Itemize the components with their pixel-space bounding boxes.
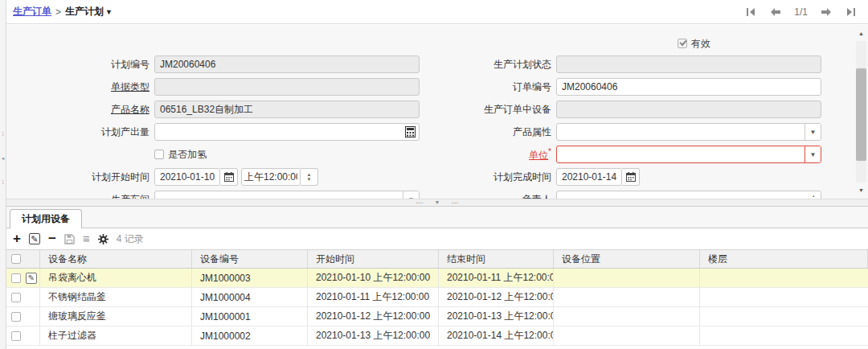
manager-label-link[interactable]: 负责人 bbox=[440, 193, 551, 199]
left-collapse-rail[interactable]: ⁞ ◂ ⁞ bbox=[0, 0, 6, 349]
manager-input[interactable] bbox=[557, 191, 807, 199]
unit-input[interactable] bbox=[557, 146, 805, 162]
column-header[interactable]: 结束时间 bbox=[439, 250, 554, 268]
cell-no[interactable]: JM1000002 bbox=[192, 326, 308, 345]
table-row[interactable]: 柱子过滤器JM100000220210-01-13 上午12:00:002021… bbox=[6, 326, 868, 346]
tab-plan-equipment[interactable]: 计划用设备 bbox=[10, 209, 82, 228]
cell-name[interactable]: 搪玻璃反应釜 bbox=[40, 307, 192, 326]
manager-field[interactable]: ⋮ bbox=[556, 191, 821, 199]
cell-end[interactable]: 20210-01-14 上午12:00:00 bbox=[439, 326, 554, 345]
chevron-down-icon[interactable]: ▼ bbox=[403, 191, 419, 199]
scroll-down-icon[interactable]: ▼ bbox=[856, 185, 866, 195]
splitter-collapse-icon[interactable]: ▼ bbox=[435, 199, 440, 206]
gear-icon[interactable] bbox=[98, 234, 108, 244]
cell-location[interactable] bbox=[554, 288, 700, 306]
cell-no[interactable]: JM1000004 bbox=[192, 288, 308, 306]
splitter-dots-icon[interactable]: ⋯ bbox=[451, 199, 458, 206]
cell-location[interactable] bbox=[554, 307, 700, 326]
row-checkbox[interactable] bbox=[11, 312, 21, 322]
finish-date-field[interactable] bbox=[556, 168, 622, 186]
calendar-icon[interactable] bbox=[622, 168, 640, 186]
table-row[interactable]: ✎吊袋离心机JM100000320210-01-10 上午12:00:00202… bbox=[6, 269, 868, 288]
cell-name[interactable]: 不锈钢结晶釜 bbox=[40, 288, 192, 306]
cell-location[interactable] bbox=[554, 269, 700, 287]
cell-no[interactable]: JM1000001 bbox=[192, 307, 308, 326]
first-record-icon[interactable] bbox=[747, 7, 757, 17]
cell-start[interactable]: 20210-01-11 上午12:00:00 bbox=[308, 288, 439, 306]
spin-down-icon[interactable]: ▼ bbox=[307, 178, 312, 182]
order-no-input[interactable] bbox=[557, 79, 821, 95]
chevron-down-icon[interactable]: ▼ bbox=[805, 146, 821, 162]
unit-required-mark: * bbox=[548, 147, 551, 156]
cell-end[interactable]: 20210-01-12 上午12:00:00 bbox=[439, 288, 554, 306]
spin-up-icon[interactable]: ▲ bbox=[307, 173, 312, 177]
column-header[interactable]: 楼层 bbox=[700, 250, 868, 268]
product-attr-input[interactable] bbox=[557, 124, 805, 140]
start-date-input[interactable] bbox=[155, 169, 219, 185]
cell-name[interactable]: 吊袋离心机 bbox=[40, 269, 192, 287]
cell-no[interactable]: JM1000003 bbox=[192, 269, 308, 287]
chevron-down-icon[interactable]: ▼ bbox=[805, 124, 821, 140]
breadcrumb-caret-icon[interactable]: ▼ bbox=[105, 8, 113, 16]
cell-name[interactable]: 柱子过滤器 bbox=[40, 326, 192, 345]
splitter-dots-icon[interactable]: ⋯ bbox=[416, 199, 424, 206]
order-no-field[interactable] bbox=[556, 78, 821, 96]
last-record-icon[interactable] bbox=[845, 7, 855, 17]
column-header[interactable]: 设备编号 bbox=[192, 250, 308, 268]
start-time-field[interactable] bbox=[241, 168, 301, 186]
cell-floor[interactable] bbox=[700, 326, 868, 345]
valid-checkbox[interactable] bbox=[678, 39, 687, 48]
form-scrollbar[interactable]: ▲ ▼ bbox=[855, 28, 867, 195]
rail-collapse-arrow-icon[interactable]: ◂ bbox=[0, 155, 6, 162]
cell-start[interactable]: 20210-01-12 上午12:00:00 bbox=[308, 307, 439, 326]
cell-floor[interactable] bbox=[700, 307, 868, 326]
finish-date-input[interactable] bbox=[557, 169, 621, 185]
panel-splitter[interactable]: ⋯ ▼ ⋯ bbox=[6, 199, 868, 207]
hydrogenation-label: 是否加氢 bbox=[168, 148, 207, 162]
table-row[interactable]: 搪玻璃反应釜JM100000120210-01-12 上午12:00:00202… bbox=[6, 307, 868, 326]
select-all-checkbox[interactable] bbox=[11, 254, 21, 264]
product-attr-combobox[interactable]: ▼ bbox=[556, 123, 821, 141]
calculator-icon[interactable] bbox=[405, 126, 416, 138]
row-checkbox[interactable] bbox=[11, 331, 21, 341]
calendar-icon[interactable] bbox=[220, 168, 238, 186]
row-checkbox[interactable] bbox=[11, 273, 21, 283]
workshop-combobox[interactable]: ▼ bbox=[154, 191, 420, 199]
planned-output-input[interactable] bbox=[155, 124, 419, 140]
previous-record-icon[interactable] bbox=[770, 7, 781, 17]
breadcrumb-parent-link[interactable]: 生产订单 bbox=[13, 5, 51, 18]
cell-start[interactable]: 20210-01-10 上午12:00:00 bbox=[308, 269, 439, 287]
time-spinner[interactable]: ▲ ▼ bbox=[301, 168, 318, 186]
row-checkbox[interactable] bbox=[11, 293, 21, 302]
cell-end[interactable]: 20210-01-11 上午12:00:00 bbox=[439, 269, 554, 287]
doc-type-label-link[interactable]: 单据类型 bbox=[11, 80, 149, 94]
remove-row-icon[interactable]: − bbox=[48, 233, 56, 244]
cell-end[interactable]: 20210-01-13 上午12:00:00 bbox=[439, 307, 554, 326]
column-header[interactable]: 开始时间 bbox=[308, 250, 439, 268]
column-header[interactable]: 设备名称 bbox=[40, 250, 192, 268]
add-row-icon[interactable]: + bbox=[13, 233, 21, 244]
start-time-input[interactable] bbox=[242, 169, 300, 185]
breadcrumb-current[interactable]: 生产计划 bbox=[65, 5, 104, 18]
cell-location[interactable] bbox=[554, 326, 700, 345]
column-header[interactable]: 设备位置 bbox=[554, 250, 700, 268]
list-view-icon[interactable]: ≡ bbox=[83, 234, 90, 244]
unit-combobox[interactable]: ▼ bbox=[556, 146, 821, 163]
scroll-up-icon[interactable]: ▲ bbox=[856, 28, 866, 39]
cell-floor[interactable] bbox=[700, 269, 868, 287]
cell-start[interactable]: 20210-01-13 上午12:00:00 bbox=[308, 326, 439, 345]
next-record-icon[interactable] bbox=[821, 7, 832, 17]
start-date-field[interactable] bbox=[154, 168, 220, 186]
save-icon[interactable] bbox=[64, 234, 75, 244]
unit-label-link[interactable]: 单位 bbox=[529, 149, 548, 162]
table-row[interactable]: 不锈钢结晶釜JM100000420210-01-11 上午12:00:00202… bbox=[6, 288, 868, 307]
row-edit-icon[interactable]: ✎ bbox=[26, 273, 37, 284]
planned-output-field[interactable] bbox=[154, 123, 420, 141]
scrollbar-thumb[interactable] bbox=[856, 68, 866, 161]
product-name-label-link[interactable]: 产品名称 bbox=[11, 103, 149, 117]
rail-dots-icon: ⁞ bbox=[0, 131, 6, 138]
edit-row-icon[interactable]: ✎ bbox=[29, 233, 40, 244]
cell-floor[interactable] bbox=[700, 288, 868, 306]
workshop-input[interactable] bbox=[155, 191, 403, 199]
hydrogenation-checkbox[interactable] bbox=[154, 150, 164, 159]
